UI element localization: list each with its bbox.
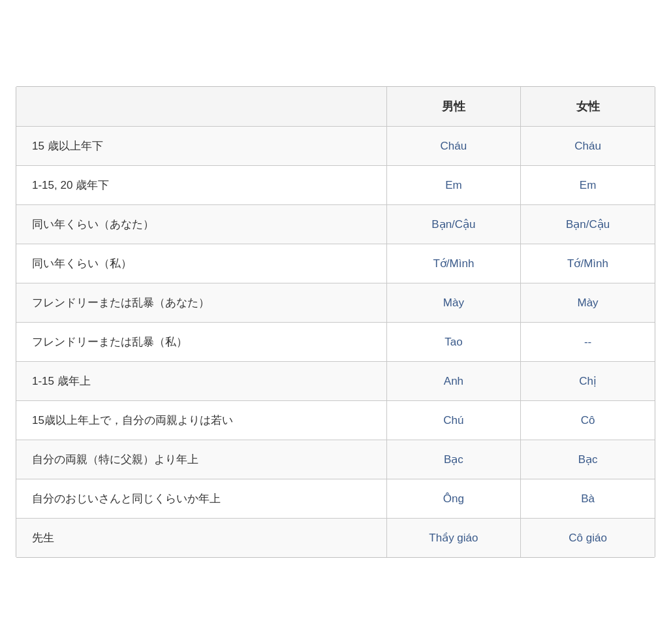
cell-female: Chị	[521, 362, 655, 401]
cell-category: 同い年くらい（あなた）	[16, 205, 386, 244]
cell-female: Tớ/Mình	[521, 244, 655, 283]
header-category	[16, 87, 386, 127]
table-row: 15歳以上年上で，自分の両親よりは若いChúCô	[16, 401, 655, 440]
cell-female: Mày	[521, 283, 655, 323]
cell-female: Cháu	[521, 127, 655, 166]
table-row: 同い年くらい（私）Tớ/MìnhTớ/Mình	[16, 244, 655, 283]
cell-male: Cháu	[386, 127, 520, 166]
cell-male: Bạc	[386, 440, 520, 479]
cell-category: 自分の両親（特に父親）より年上	[16, 440, 386, 479]
table-row: 自分のおじいさんと同じくらいか年上ÔngBà	[16, 479, 655, 519]
header-male: 男性	[386, 87, 520, 127]
cell-female: --	[521, 323, 655, 362]
cell-female: Cô giáo	[521, 519, 655, 558]
cell-category: 15 歳以上年下	[16, 127, 386, 166]
cell-male: Thầy giáo	[386, 519, 520, 558]
cell-category: 自分のおじいさんと同じくらいか年上	[16, 479, 386, 519]
cell-category: フレンドリーまたは乱暴（あなた）	[16, 283, 386, 323]
cell-male: Chú	[386, 401, 520, 440]
cell-female: Cô	[521, 401, 655, 440]
cell-female: Bạc	[521, 440, 655, 479]
cell-male: Tao	[386, 323, 520, 362]
table-row: フレンドリーまたは乱暴（私）Tao--	[16, 323, 655, 362]
cell-male: Anh	[386, 362, 520, 401]
table-row: 1-15, 20 歳年下EmEm	[16, 166, 655, 205]
cell-male: Ông	[386, 479, 520, 519]
table-row: フレンドリーまたは乱暴（あなた）MàyMày	[16, 283, 655, 323]
cell-male: Mày	[386, 283, 520, 323]
table-row: 15 歳以上年下CháuCháu	[16, 127, 655, 166]
cell-female: Bà	[521, 479, 655, 519]
cell-female: Bạn/Cậu	[521, 205, 655, 244]
table-row: 自分の両親（特に父親）より年上BạcBạc	[16, 440, 655, 479]
header-female: 女性	[521, 87, 655, 127]
cell-category: 先生	[16, 519, 386, 558]
cell-female: Em	[521, 166, 655, 205]
cell-category: 1-15 歳年上	[16, 362, 386, 401]
cell-male: Em	[386, 166, 520, 205]
cell-male: Tớ/Mình	[386, 244, 520, 283]
cell-category: 15歳以上年上で，自分の両親よりは若い	[16, 401, 386, 440]
table-row: 先生Thầy giáoCô giáo	[16, 519, 655, 558]
table-row: 1-15 歳年上AnhChị	[16, 362, 655, 401]
cell-category: 1-15, 20 歳年下	[16, 166, 386, 205]
table-row: 同い年くらい（あなた）Bạn/CậuBạn/Cậu	[16, 205, 655, 244]
cell-category: 同い年くらい（私）	[16, 244, 386, 283]
cell-category: フレンドリーまたは乱暴（私）	[16, 323, 386, 362]
cell-male: Bạn/Cậu	[386, 205, 520, 244]
pronoun-table: 男性 女性 15 歳以上年下CháuCháu1-15, 20 歳年下EmEm同い…	[16, 86, 655, 558]
table-header-row: 男性 女性	[16, 87, 655, 127]
